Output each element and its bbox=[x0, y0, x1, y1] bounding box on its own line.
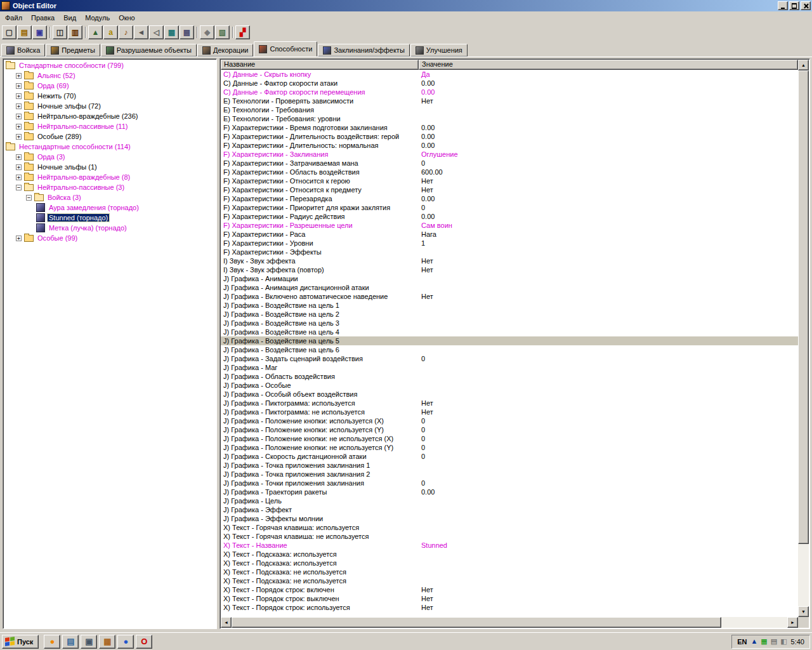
table-row[interactable]: F) Характеристики - Радиус действия0.00 bbox=[221, 212, 798, 221]
table-row[interactable]: J) Графика - Положение кнопки: не исполь… bbox=[221, 434, 798, 443]
table-row[interactable]: J) Графика - Положение кнопки: используе… bbox=[221, 416, 798, 425]
table-row[interactable]: I) Звук - Звук эффекта (повтор)Нет bbox=[221, 265, 798, 274]
menu-edit[interactable]: Правка bbox=[27, 13, 59, 23]
tree-item[interactable]: Стандартные способности (799) bbox=[4, 60, 216, 70]
tree-item[interactable]: −Нейтрально-пассивные (3) bbox=[4, 182, 216, 192]
table-row[interactable]: J) Графика - Траектория ракеты0.00 bbox=[221, 488, 798, 496]
table-row[interactable]: F) Характеристики - Относится к предмету… bbox=[221, 185, 798, 194]
tab-spells[interactable]: Заклинания/эффекты bbox=[318, 44, 409, 56]
language-indicator[interactable]: EN bbox=[737, 638, 747, 646]
table-row[interactable]: F) Характеристики - Разрешенные целиСам … bbox=[221, 221, 798, 230]
tree-item[interactable]: +Альянс (52) bbox=[4, 70, 216, 81]
tree-item[interactable]: Метка (лучка) (торнадо) bbox=[4, 223, 216, 233]
tree-item[interactable]: +Орда (69) bbox=[4, 81, 216, 91]
tree-item[interactable]: +Нейтрально-враждебные (8) bbox=[4, 172, 216, 182]
table-row[interactable]: J) Графика - Скорость дистанционной атак… bbox=[221, 452, 798, 461]
menu-module[interactable]: Модуль bbox=[81, 13, 114, 23]
scroll-up-button[interactable]: ▲ bbox=[798, 60, 809, 70]
table-row[interactable]: X) Текст - Порядок строк: используетсяНе… bbox=[221, 603, 798, 612]
scroll-down-button[interactable]: ▼ bbox=[798, 606, 809, 617]
tree-item[interactable]: Нестандартные способности (114) bbox=[4, 142, 216, 152]
tree-item[interactable]: +Нежить (70) bbox=[4, 91, 216, 101]
import-manager-button[interactable]: ▧ bbox=[215, 25, 230, 39]
table-row[interactable]: F) Характеристики - Длительность: нормал… bbox=[221, 141, 798, 150]
tree-item[interactable]: +Орда (3) bbox=[4, 152, 216, 162]
tree-item[interactable]: +Особые (289) bbox=[4, 131, 216, 142]
table-row[interactable]: J) Графика - Эффект bbox=[221, 505, 798, 514]
table-row[interactable]: X) Текст - Подсказка: не используется bbox=[221, 567, 798, 576]
hide-icons-arrow-icon[interactable]: ▲ bbox=[750, 638, 757, 645]
tree-item[interactable]: Аура замедления (торнадо) bbox=[4, 202, 216, 213]
table-row[interactable]: X) Текст - Подсказка: используется bbox=[221, 550, 798, 559]
table-row[interactable]: J) Графика - Особые bbox=[221, 381, 798, 390]
tab-upgrades[interactable]: Улучшения bbox=[410, 44, 468, 56]
table-row[interactable]: F) Характеристики - ЗаклинанияОглушение bbox=[221, 150, 798, 159]
browser-button[interactable]: ● bbox=[117, 635, 134, 649]
table-row[interactable]: J) Графика - Воздействие на цель 3 bbox=[221, 319, 798, 328]
title-bar[interactable]: Object Editor bbox=[0, 0, 812, 11]
menu-file[interactable]: Файл bbox=[1, 13, 27, 23]
campaign-editor-button[interactable]: ▩ bbox=[180, 25, 194, 39]
expand-icon[interactable]: + bbox=[16, 93, 22, 99]
messenger-button[interactable]: ● bbox=[44, 635, 60, 649]
tree-item[interactable]: +Нейтрально-враждебные (236) bbox=[4, 111, 216, 121]
table-row[interactable]: X) Текст - Горячая клавиша: не используе… bbox=[221, 532, 798, 541]
table-row[interactable]: J) Графика - Воздействие на цель 1 bbox=[221, 301, 798, 310]
table-row[interactable]: J) Графика - Воздействие на цель 5 bbox=[221, 336, 798, 345]
table-row[interactable]: J) Графика - Эффекты молнии bbox=[221, 514, 798, 523]
table-row[interactable]: C) Данные - Фактор скорости атаки0.00 bbox=[221, 79, 798, 88]
table-row[interactable]: X) Текст - Порядок строк: выключенНет bbox=[221, 594, 798, 603]
opera-button[interactable]: O bbox=[136, 635, 152, 649]
tree-item[interactable]: +Ночные эльфы (1) bbox=[4, 162, 216, 172]
expand-icon[interactable]: + bbox=[16, 175, 22, 180]
table-row[interactable]: J) Графика - Положение кнопки: не исполь… bbox=[221, 443, 798, 452]
tab-items[interactable]: Предметы bbox=[46, 44, 100, 56]
expand-icon[interactable]: + bbox=[16, 164, 22, 170]
collapse-icon[interactable]: − bbox=[26, 195, 32, 201]
media-player-button[interactable]: ▣ bbox=[81, 635, 97, 649]
table-row[interactable]: J) Графика - Точки приложения заклинания… bbox=[221, 479, 798, 488]
table-row[interactable]: J) Графика - Задать сценарий воздействия… bbox=[221, 354, 798, 363]
expand-icon[interactable]: + bbox=[16, 235, 22, 241]
trigger-editor-button[interactable]: a bbox=[103, 25, 118, 39]
table-row[interactable]: J) Графика - Анимации bbox=[221, 274, 798, 283]
horizontal-scroll-thumb[interactable] bbox=[232, 617, 721, 628]
tree-item[interactable]: −Войска (3) bbox=[4, 192, 216, 202]
mute-sound-button[interactable]: ◁ bbox=[149, 25, 164, 39]
vertical-scrollbar[interactable]: ▲ ▼ bbox=[798, 60, 809, 617]
expand-icon[interactable]: + bbox=[16, 154, 22, 160]
expand-icon[interactable]: + bbox=[16, 134, 22, 140]
horizontal-scrollbar[interactable]: ◄ ► bbox=[221, 617, 798, 628]
volume-icon[interactable]: ◧ bbox=[780, 638, 787, 645]
table-row[interactable]: C) Данные - Скрыть кнопкуДа bbox=[221, 70, 798, 79]
table-row[interactable]: J) Графика - Точка приложения заклинания… bbox=[221, 461, 798, 470]
table-row[interactable]: F) Характеристики - Затрачиваемая мана0 bbox=[221, 159, 798, 168]
table-row[interactable]: F) Характеристики - Длительность воздейс… bbox=[221, 132, 798, 141]
table-row[interactable]: J) Графика - Особый объект воздействия bbox=[221, 390, 798, 399]
sound-editor-button[interactable]: ♪ bbox=[119, 25, 133, 39]
save-map-button[interactable]: ▣ bbox=[32, 25, 47, 39]
object-editor-button[interactable]: ▦ bbox=[164, 25, 179, 39]
expand-icon[interactable]: + bbox=[16, 83, 22, 89]
table-row[interactable]: E) Технологии - Проверять зависимостиНет bbox=[221, 96, 798, 105]
scroll-right-button[interactable]: ► bbox=[787, 617, 798, 628]
printer-icon[interactable]: ▤ bbox=[771, 638, 777, 645]
table-row[interactable]: F) Характеристики - Уровни1 bbox=[221, 239, 798, 248]
table-row[interactable]: J) Графика - Пиктограмма: используетсяНе… bbox=[221, 399, 798, 408]
tree-item[interactable]: +Особые (99) bbox=[4, 233, 216, 243]
table-row[interactable]: F) Характеристики - Эффекты bbox=[221, 248, 798, 256]
table-row[interactable]: X) Текст - Подсказка: используется bbox=[221, 559, 798, 567]
object-manager-button[interactable]: ◆ bbox=[200, 25, 214, 39]
collapse-icon[interactable]: − bbox=[16, 185, 22, 190]
copy-button[interactable]: ◫ bbox=[53, 25, 67, 39]
column-header-name[interactable]: Название bbox=[221, 60, 419, 70]
tab-units[interactable]: Войска bbox=[1, 44, 45, 56]
table-row[interactable]: J) Графика - Включено автоматическое нав… bbox=[221, 292, 798, 301]
scroll-left-button[interactable]: ◄ bbox=[221, 617, 232, 628]
expand-icon[interactable]: + bbox=[16, 103, 22, 109]
tab-destructibles[interactable]: Разрушаемые объекты bbox=[101, 44, 197, 56]
table-row[interactable]: J) Графика - Цель bbox=[221, 496, 798, 505]
table-row[interactable]: X) Текст - НазваниеStunned bbox=[221, 541, 798, 550]
table-row[interactable]: J) Графика - Точка приложения заклинания… bbox=[221, 470, 798, 479]
table-row[interactable]: F) Характеристики - Приоритет для кражи … bbox=[221, 203, 798, 212]
